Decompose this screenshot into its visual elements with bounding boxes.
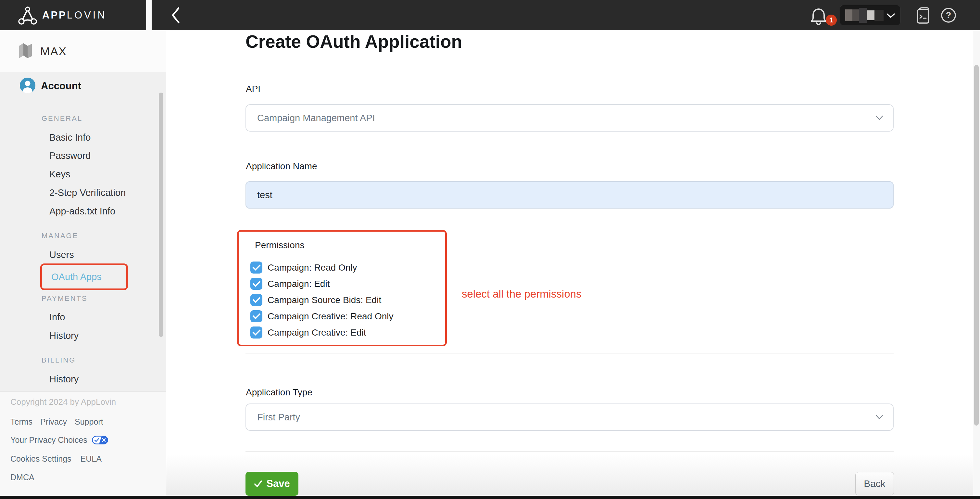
permission-label: Campaign Creative: Edit: [267, 327, 366, 338]
checkbox-campaign-edit[interactable]: [250, 278, 262, 290]
sidebar-item-2step-verification[interactable]: 2-Step Verification: [49, 187, 126, 198]
terms-link[interactable]: Terms: [10, 417, 32, 427]
sidebar-item-payments-info[interactable]: Info: [49, 312, 65, 323]
redacted-block: [853, 10, 859, 21]
sidebar-divider: [166, 30, 166, 496]
account-avatar-icon: [19, 77, 36, 94]
sidebar-item-password[interactable]: Password: [49, 150, 91, 161]
help-icon[interactable]: ?: [940, 7, 957, 23]
account-menu-button[interactable]: [840, 5, 900, 26]
permission-row: Campaign: Edit: [250, 278, 329, 290]
permission-label: Campaign Source Bids: Edit: [267, 295, 381, 305]
brand-light: LOVIN: [67, 10, 107, 21]
applovin-wordmark: APPLOVIN: [42, 10, 107, 21]
redacted-block: [845, 10, 853, 21]
permission-label: Campaign: Edit: [267, 279, 329, 289]
screen: APPLOVIN 1 ? MAX: [0, 0, 980, 499]
sidebar-item-oauth-apps[interactable]: OAuth Apps: [51, 272, 102, 282]
privacy-choices-icon[interactable]: [92, 436, 108, 445]
footer-links-row: Terms Privacy Support: [10, 417, 103, 427]
brand-bold: APP: [42, 10, 67, 21]
copyright-text: Copyright 2024 by AppLovin: [10, 397, 116, 407]
section-divider: [245, 353, 894, 354]
back-button[interactable]: Back: [855, 472, 894, 496]
sidebar-account-title[interactable]: Account: [41, 80, 81, 92]
permissions-annotation-box: Permissions Campaign: Read Only Campaign…: [237, 230, 447, 346]
application-name-input[interactable]: [245, 181, 894, 209]
sidebar-group-manage: MANAGE: [41, 232, 78, 240]
redacted-block: [867, 10, 875, 20]
permission-label: Campaign: Read Only: [267, 263, 357, 273]
section-divider: [245, 451, 894, 451]
permission-row: Campaign: Read Only: [250, 261, 357, 274]
notification-bell-icon[interactable]: [810, 7, 827, 25]
chevron-down-icon: [886, 13, 895, 18]
cookies-eula-row: Cookies Settings EULA: [10, 454, 102, 464]
cookies-settings-link[interactable]: Cookies Settings: [10, 454, 72, 464]
permissions-label: Permissions: [255, 240, 304, 250]
chevron-down-icon: [875, 415, 883, 420]
checkbox-campaign-source-bids-edit[interactable]: [250, 294, 262, 306]
sidebar-item-basic-info[interactable]: Basic Info: [49, 132, 91, 143]
application-type-select[interactable]: First Party: [245, 403, 894, 431]
applovin-logo-icon: [17, 5, 38, 26]
sidebar-item-billing-history[interactable]: History: [49, 374, 79, 385]
checkbox-campaign-creative-edit[interactable]: [250, 327, 262, 338]
permission-row: Campaign Source Bids: Edit: [250, 294, 381, 306]
sidebar-nav: [0, 72, 166, 391]
api-docs-terminal-icon[interactable]: [916, 6, 930, 25]
privacy-choices-link[interactable]: Your Privacy Choices: [10, 435, 88, 445]
api-select-value: Campaign Management API: [257, 113, 375, 123]
support-link[interactable]: Support: [75, 417, 103, 427]
privacy-link[interactable]: Privacy: [40, 417, 67, 427]
application-type-label: Application Type: [246, 387, 312, 398]
privacy-choices-row: Your Privacy Choices: [10, 435, 108, 445]
svg-text:?: ?: [946, 10, 951, 20]
sidebar-group-payments: PAYMENTS: [41, 294, 88, 303]
back-chevron-icon[interactable]: [170, 6, 181, 24]
sidebar-item-payments-history[interactable]: History: [49, 330, 79, 341]
max-map-icon: [19, 43, 32, 59]
bottom-window-edge: [0, 496, 980, 499]
eula-link[interactable]: EULA: [81, 454, 102, 464]
save-button[interactable]: Save: [245, 472, 298, 496]
dmca-row: DMCA: [10, 473, 34, 482]
main-scrollbar-thumb[interactable]: [974, 65, 979, 426]
permission-row: Campaign Creative: Edit: [250, 327, 366, 338]
topbar-seam: [146, 0, 152, 30]
checkbox-campaign-read-only[interactable]: [250, 261, 262, 274]
check-icon: [254, 480, 262, 487]
sidebar-item-app-ads-txt[interactable]: App-ads.txt Info: [49, 206, 115, 217]
application-type-value: First Party: [257, 412, 300, 422]
save-button-label: Save: [266, 478, 290, 489]
chevron-down-icon: [875, 115, 883, 121]
sidebar-group-billing: BILLING: [41, 356, 76, 365]
application-name-label: Application Name: [246, 161, 317, 172]
back-button-label: Back: [864, 478, 886, 489]
redacted-block: [859, 8, 867, 23]
redacted-block: [875, 10, 883, 21]
page-title: Create OAuth Application: [245, 31, 462, 52]
api-select[interactable]: Campaign Management API: [245, 104, 894, 132]
permission-row: Campaign Creative: Read Only: [250, 310, 393, 322]
annotation-text: select all the permissions: [462, 288, 582, 300]
product-name: MAX: [40, 45, 67, 58]
api-field-label: API: [246, 84, 261, 94]
sidebar-item-users[interactable]: Users: [49, 250, 74, 260]
sidebar-item-keys[interactable]: Keys: [49, 169, 70, 180]
sidebar-group-general: GENERAL: [41, 114, 83, 123]
checkbox-campaign-creative-read-only[interactable]: [250, 310, 262, 322]
dmca-link[interactable]: DMCA: [10, 473, 34, 482]
sidebar-scrollbar-thumb[interactable]: [159, 92, 163, 337]
permission-label: Campaign Creative: Read Only: [267, 311, 393, 322]
notification-badge: 1: [826, 14, 837, 26]
